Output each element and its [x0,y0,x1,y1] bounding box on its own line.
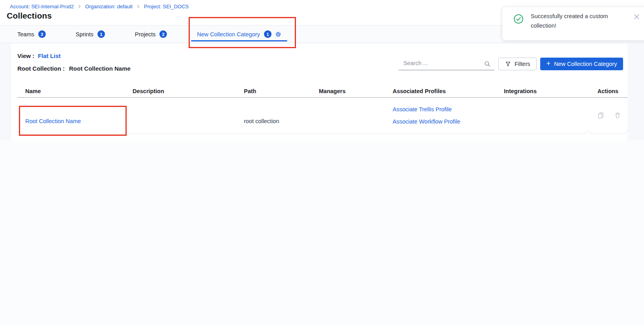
column-header-actions: Actions [597,88,627,97]
new-collection-category-button[interactable]: + New Collection Category [540,58,623,70]
tab-sprints[interactable]: Sprints 1 [70,26,111,43]
row-divider-actions [589,130,627,134]
view-line: View :Flat List [17,52,61,59]
row-divider [17,130,587,134]
plus-icon: + [546,60,550,67]
page-title: Collections [7,11,52,21]
associate-workflow-profile-link[interactable]: Associate Workflow Profile [393,118,504,126]
associate-trellis-profile-link[interactable]: Associate Trellis Profile [393,105,504,113]
breadcrumb-organization[interactable]: Organization: default [85,4,133,9]
column-header-name: Name [25,88,133,97]
column-header-integrations: Integrations [504,88,597,97]
breadcrumb-account[interactable]: Account: SEI-Internal-Prod2 [10,4,74,9]
tab-label: Sprints [76,31,94,37]
description-cell [133,99,244,134]
tab-label: New Collection Category [197,31,260,37]
column-header-description: Description [133,88,244,97]
table-row: Root Collection Name root collection Ass… [17,99,627,134]
actions-cell [597,99,627,134]
content-card: View :Flat List Root Collection :Root Co… [11,43,627,141]
chevron-right-icon [77,4,82,9]
gear-icon[interactable] [275,31,281,37]
filters-button-label: Filters [515,61,530,67]
new-collection-category-button-label: New Collection Category [554,61,617,67]
count-badge: 1 [97,30,105,38]
root-collection-label: Root Collection : [17,65,65,72]
collections-page: Account: SEI-Internal-Prod2 Organization… [0,0,644,326]
filter-funnel-icon [505,61,511,67]
search-box [399,58,494,70]
search-icon [484,61,490,69]
filters-button[interactable]: Filters [498,58,537,70]
success-toast: Successfully created a custom collection… [502,7,644,40]
tab-label: Projects [135,31,155,37]
tab-new-collection-category[interactable]: New Collection Category 1 [191,26,287,43]
delete-icon[interactable] [614,112,621,119]
tab-projects[interactable]: Projects 2 [129,26,173,43]
tab-label: Teams [17,31,34,37]
controls-row: Filters + New Collection Category [399,58,623,70]
flat-list-link[interactable]: Flat List [38,52,61,59]
toast-message: Successfully created a custom collection… [531,12,610,30]
tab-teams[interactable]: Teams 3 [11,26,52,43]
count-badge: 2 [159,30,167,38]
column-header-managers: Managers [319,88,393,97]
path-cell: root collection [244,99,319,134]
copy-icon[interactable] [597,112,604,119]
chevron-right-icon [136,4,140,9]
search-input[interactable] [399,58,494,70]
integrations-cell [504,99,597,134]
root-collection-line: Root Collection :Root Collection Name [17,65,131,72]
column-header-associated-profiles: Associated Profiles [393,88,504,97]
name-cell: Root Collection Name [25,99,133,134]
column-header-path: Path [244,88,319,97]
table-header: Name Description Path Managers Associate… [17,88,627,98]
success-check-icon [513,14,524,26]
managers-cell [319,99,393,134]
view-label: View : [17,52,34,59]
breadcrumb-project[interactable]: Project: SEI_DOCS [144,4,189,9]
associated-profiles-cell: Associate Trellis Profile Associate Work… [393,99,504,134]
count-badge: 1 [264,30,271,38]
close-icon[interactable] [634,14,640,20]
collection-name-link[interactable]: Root Collection Name [25,118,81,124]
breadcrumb: Account: SEI-Internal-Prod2 Organization… [10,4,189,9]
root-collection-value: Root Collection Name [69,65,131,72]
count-badge: 3 [38,30,46,38]
